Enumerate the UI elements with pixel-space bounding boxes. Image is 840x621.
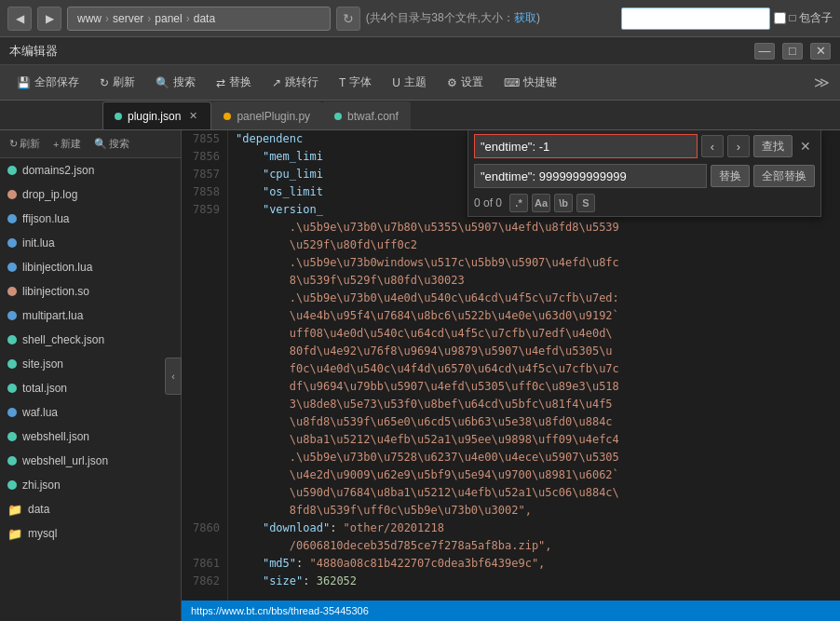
sidebar-item-webshell[interactable]: webshell.json [0,425,181,449]
browser-bar: ◀ ▶ www › server › panel › data ↻ (共4个目录… [0,0,840,37]
replace-all-button[interactable]: 全部替换 [753,165,815,187]
sidebar-search-button[interactable]: 🔍 搜索 [90,135,133,153]
code-line: "md5": "4880a08c81b422707c0dea3bf6439e9c… [236,555,840,573]
code-line: 3\u8de8\u5e73\u53f0\u8bef\u64cd\u5bfc\u8… [236,396,840,413]
sidebar-item-zhi[interactable]: zhi.json [0,473,181,497]
sidebar-item-waf[interactable]: waf.lua [0,400,181,425]
case-btn[interactable]: Aa [532,194,550,212]
code-line: f0c\u4e0d\u540c\u4f4d\u6570\u64cd\u4f5c\… [236,360,840,378]
fetch-link[interactable]: 获取 [514,11,536,24]
tab-close-button[interactable]: ✕ [186,110,199,123]
breadcrumb-data[interactable]: data [190,12,219,25]
refresh-browser-button[interactable]: ↻ [336,7,360,31]
file-icon [7,384,17,393]
sidebar-item-label: shell_check.json [22,333,104,346]
include-sub-check[interactable] [774,12,786,24]
tab-btwaf-conf[interactable]: btwaf.conf [322,101,411,129]
shortcuts-button[interactable]: ⌨ 快捷键 [495,70,566,96]
breadcrumb-server[interactable]: server [109,12,147,25]
theme-button[interactable]: U 主题 [383,70,436,96]
file-icon [7,335,17,344]
sidebar-item-label: site.json [22,358,63,371]
sidebar-item-label: zhi.json [22,479,61,492]
forward-button[interactable]: ▶ [37,7,61,31]
search-button[interactable]: 🔍 搜索 [146,70,205,96]
sidebar-item-label: libinjection.lua [22,261,92,274]
sidebar-item-multipart[interactable]: multipart.lua [0,304,181,328]
more-button[interactable]: ≫ [810,72,833,94]
goto-line-button[interactable]: ↗ 跳转行 [263,70,328,96]
sidebar-item-label: webshell.json [22,430,89,443]
line-numbers: 7855 7856 7857 7858 7859 [182,130,228,601]
search-bar-right: □ 包含子 [621,7,833,30]
sidebar-item-site[interactable]: site.json [0,352,181,376]
status-text: https://www.bt.cn/bbs/thread-35445306 [191,605,369,616]
close-button[interactable]: ✕ [810,43,831,60]
file-icon [7,214,17,223]
code-line: uff08\u4e0d\u540c\u64cd\u4f5c\u7cfb\u7ed… [236,325,840,343]
file-icon [7,359,17,369]
sidebar-new-button[interactable]: + 新建 [49,135,85,153]
find-input[interactable] [474,134,698,158]
code-line: 8fd8\u539f\uff0c\u5b9e\u73b0\u3002", [236,502,840,520]
minimize-button[interactable]: — [754,43,775,60]
collapse-sidebar-button[interactable]: ‹ [165,358,182,395]
find-prev-button[interactable]: ‹ [701,135,724,157]
sidebar-item-drop-ip[interactable]: drop_ip.log [0,182,181,207]
find-search-button[interactable]: 查找 [753,135,793,157]
sidebar-item-domains2[interactable]: domains2.json [0,158,181,182]
tab-label: btwaf.conf [347,110,399,123]
replace-input[interactable] [474,164,707,188]
editor-title-bar: 本编辑器 — □ ✕ [0,37,840,65]
sidebar-item-init[interactable]: init.lua [0,231,181,255]
code-line: "size": 362052 [236,573,840,590]
maximize-button[interactable]: □ [782,43,803,60]
breadcrumb[interactable]: www › server › panel › data [67,7,331,31]
font-button[interactable]: T 字体 [330,70,381,96]
sidebar-item-ffijson[interactable]: ffijson.lua [0,207,181,231]
match-count: 0 of 0 [474,196,502,209]
find-replace-widget: ‹ › 查找 ✕ 替换 全部替换 0 of 0 .* Aa \b S [467,130,821,217]
sidebar-item-total[interactable]: total.json [0,376,181,400]
replace-one-button[interactable]: 替换 [711,165,750,187]
top-search-input[interactable] [621,7,770,30]
tab-panel-plugin[interactable]: panelPlugin.py [211,101,322,129]
file-icon [7,166,17,175]
code-line: .\u5b9e\u73b0\u4e0d\u540c\u64cd\u4f5c\u7… [236,290,840,307]
code-line: \u8ba1\u5212\u4efb\u52a1\u95ee\u9898\uff… [236,431,840,449]
editor-area: ‹ › 查找 ✕ 替换 全部替换 0 of 0 .* Aa \b S [182,130,840,621]
code-line: "download": "other/20201218 [236,520,840,537]
save-all-button[interactable]: 💾 全部保存 [7,70,88,96]
back-button[interactable]: ◀ [7,7,32,31]
sidebar-item-shell-check[interactable]: shell_check.json [0,328,181,352]
settings-button[interactable]: ⚙ 设置 [438,70,493,96]
toolbar: 💾 全部保存 ↻ 刷新 🔍 搜索 ⇄ 替换 ↗ 跳转行 T 字体 U 主题 ⚙ … [0,65,840,101]
find-next-button[interactable]: › [727,135,750,157]
sidebar-item-label: init.lua [22,236,55,250]
word-btn[interactable]: \b [554,194,573,212]
sidebar-item-libinjection-so[interactable]: libinjection.so [0,279,181,304]
breadcrumb-www[interactable]: www [74,12,105,25]
tab-plugin-json[interactable]: plugin.json ✕ [102,101,211,129]
code-line: \u4e4b\u95f4\u7684\u8bc6\u522b\u4e0e\u63… [236,307,840,325]
sidebar-refresh-button[interactable]: ↻ 刷新 [6,135,44,153]
refresh-button[interactable]: ↻ 刷新 [90,70,144,96]
find-close-button[interactable]: ✕ [796,137,815,155]
code-line: \u590d\u7684\u8ba1\u5212\u4efb\u52a1\u5c… [236,484,840,502]
sidebar-item-mysql-folder[interactable]: 📁 mysql [0,521,181,546]
sidebar-item-libinjection[interactable]: libinjection.lua [0,255,181,279]
file-icon [7,263,17,272]
sidebar-item-webshell-url[interactable]: webshell_url.json [0,449,181,473]
tab-dot [115,113,122,120]
sidebar-item-data-folder[interactable]: 📁 data [0,497,181,521]
sidebar-toolbar: ↻ 刷新 + 新建 🔍 搜索 [0,130,181,158]
file-icon [7,432,17,441]
regex-options: .* Aa \b S [509,194,595,212]
include-sub-checkbox[interactable]: □ 包含子 [774,10,833,26]
replace-button[interactable]: ⇄ 替换 [207,70,261,96]
code-line: .\u5b9e\u73b0windows\u517c\u5bb9\u5907\u… [236,254,840,272]
preserve-btn[interactable]: S [576,194,595,212]
breadcrumb-panel[interactable]: panel [151,12,185,25]
regex-dot-btn[interactable]: .* [509,194,528,212]
sidebar-item-label: data [28,503,49,516]
